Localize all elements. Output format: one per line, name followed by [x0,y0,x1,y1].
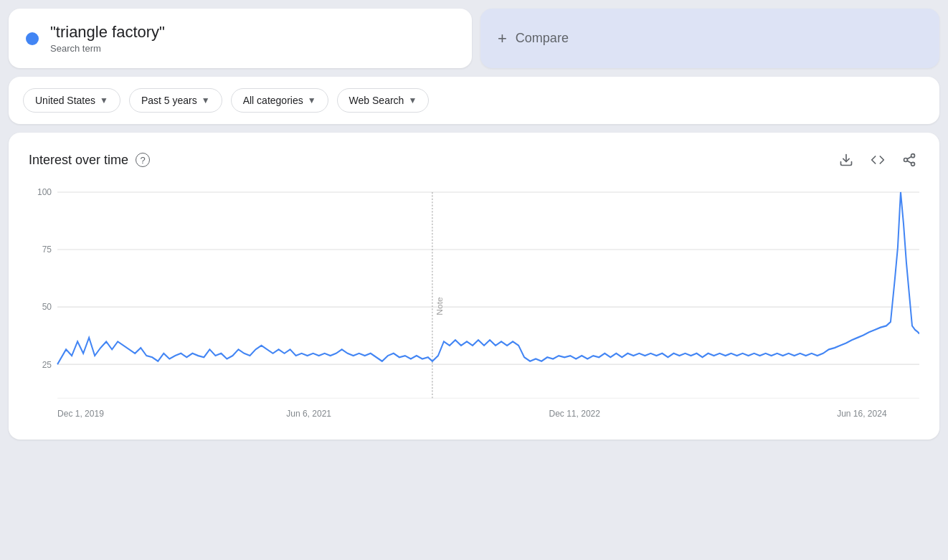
embed-button[interactable] [868,150,888,170]
chart-title: Interest over time [29,153,128,168]
svg-text:Dec 1, 2019: Dec 1, 2019 [57,408,104,419]
svg-line-5 [907,156,911,158]
svg-text:25: 25 [42,359,52,370]
category-label: All categories [243,95,303,106]
time-label: Past 5 years [141,95,197,106]
search-type-chevron-icon: ▼ [408,95,417,105]
svg-line-4 [907,161,911,163]
search-term-card: "triangle factory" Search term [9,9,472,68]
chart-area: 100 75 50 25 Note Dec 1, 2019 Jun 6, 202… [29,184,919,428]
chart-card: Interest over time ? [9,133,939,440]
compare-label: Compare [516,31,569,46]
time-chevron-icon: ▼ [202,95,210,105]
svg-text:Dec 11, 2022: Dec 11, 2022 [549,408,600,419]
share-button[interactable] [899,150,919,170]
region-label: United States [35,95,95,106]
svg-text:Jun 16, 2024: Jun 16, 2024 [837,408,886,419]
search-type-filter[interactable]: Web Search ▼ [337,88,430,113]
search-term-label: Search term [50,43,165,54]
search-term-text: "triangle factory" Search term [50,23,165,54]
share-icon [902,153,916,167]
compare-card[interactable]: + Compare [480,9,939,68]
time-filter[interactable]: Past 5 years ▼ [129,88,222,113]
svg-text:Note: Note [435,297,443,315]
category-filter[interactable]: All categories ▼ [231,88,328,113]
download-button[interactable] [836,150,856,170]
region-chevron-icon: ▼ [100,95,108,105]
search-dot [26,32,39,45]
chart-title-group: Interest over time ? [29,153,150,168]
svg-text:50: 50 [42,302,52,313]
svg-text:100: 100 [37,187,52,198]
download-icon [839,153,853,167]
search-type-label: Web Search [349,95,404,106]
chart-svg: 100 75 50 25 Note Dec 1, 2019 Jun 6, 202… [29,184,919,428]
embed-icon [871,153,885,167]
chart-actions [836,150,919,170]
filters-row: United States ▼ Past 5 years ▼ All categ… [9,77,939,124]
svg-text:Jun 6, 2021: Jun 6, 2021 [286,408,331,419]
svg-text:75: 75 [42,245,52,255]
search-term-value: "triangle factory" [50,23,165,42]
help-icon[interactable]: ? [136,153,150,167]
region-filter[interactable]: United States ▼ [23,88,120,113]
compare-plus-icon: + [498,29,507,48]
category-chevron-icon: ▼ [308,95,316,105]
chart-header: Interest over time ? [29,150,919,170]
